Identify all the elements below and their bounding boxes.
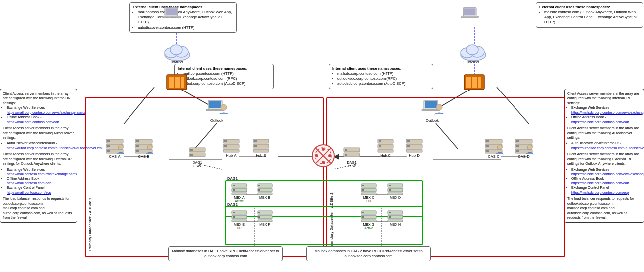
outlook-client-right: Outlook <box>420 99 445 123</box>
svg-point-119 <box>527 145 532 150</box>
cross-site-switch <box>311 143 336 169</box>
right-panel-oab: Offline Address Book - https://mailsdc.c… <box>571 115 641 124</box>
mbx-g-label: MBX-G <box>363 223 375 226</box>
dag1-fsw-left-icon <box>188 147 206 161</box>
svg-rect-99 <box>379 145 381 147</box>
svg-rect-47 <box>478 77 481 88</box>
left-panel-ext-ecp: Exchange Control Panel - https://mail.co… <box>7 185 74 195</box>
svg-rect-71 <box>190 149 193 151</box>
internal-right-item3: autodsdc.corp.contoso.com (AutoD SCP) <box>337 81 430 86</box>
bottom-callout-right: Mailbox databases in DAG 2 have RPCClien… <box>306 246 431 261</box>
svg-rect-93 <box>345 149 347 151</box>
right-info-panel: Client Access server members in the arra… <box>564 89 644 223</box>
svg-rect-104 <box>407 145 410 147</box>
svg-rect-146 <box>258 212 260 213</box>
svg-rect-27 <box>166 8 177 15</box>
svg-rect-68 <box>136 150 139 152</box>
external-client-left <box>162 6 181 22</box>
left-panel-ext-ews: Exchange Web Services - https://mail.con… <box>7 167 74 177</box>
svg-rect-129 <box>258 193 272 195</box>
internal-item2: outlook.corp.contoso.com (RPC) <box>183 76 270 81</box>
firewall-left <box>166 74 188 91</box>
svg-rect-114 <box>516 140 519 142</box>
switch-icon <box>311 143 336 168</box>
mbx-b-label: MBX B <box>259 196 270 199</box>
external-callout-right-list: mailsdc.contoso.com (Outlook Anywhere, O… <box>544 10 640 25</box>
right-panel-ext-oab: Offline Address Book - https://mailsdc.c… <box>571 176 641 185</box>
dag2-label: DAG2 <box>227 202 238 207</box>
svg-rect-124 <box>232 193 247 195</box>
person-icon-cas-d <box>525 144 535 155</box>
hub-a-icon <box>222 138 240 153</box>
mbx-f-server: MBX F <box>254 210 276 226</box>
left-panel-autodiscover: AutoDiscoverServiceInternaluri - https:/… <box>7 141 74 150</box>
svg-rect-45 <box>466 77 471 88</box>
svg-rect-100 <box>378 149 393 152</box>
right-panel-autodiscover: AutoDiscoverServiceInternaluri - https:/… <box>571 141 641 150</box>
mbx-c-label: MBX-C <box>363 196 375 199</box>
mbx-a-active: Active <box>235 199 244 203</box>
hub-a-server: Hub-A <box>219 138 243 158</box>
svg-point-35 <box>170 45 182 55</box>
svg-rect-73 <box>190 154 193 156</box>
dag1-fsw-right-label: DAG1 FSW <box>347 161 356 168</box>
mbx-d-server: MBX D <box>385 183 406 199</box>
svg-point-112 <box>497 145 502 150</box>
external-client-right <box>460 6 479 22</box>
internal-item1: mail.corp.contoso.com (HTTP) <box>183 71 270 76</box>
svg-point-91 <box>322 161 325 164</box>
svg-rect-53 <box>425 101 437 108</box>
svg-rect-136 <box>389 185 391 186</box>
dag1-fsw-right: DAG1 FSW <box>340 147 364 168</box>
svg-rect-134 <box>361 193 376 195</box>
mbx-b-server: MBX B <box>254 183 276 199</box>
left-panel-oab: Offline Address Book - https://mail.corp… <box>7 115 74 124</box>
svg-rect-97 <box>379 140 381 142</box>
svg-rect-57 <box>107 140 110 142</box>
svg-rect-126 <box>258 185 260 186</box>
svg-rect-111 <box>486 150 489 152</box>
svg-point-39 <box>466 45 478 55</box>
svg-point-90 <box>322 148 325 151</box>
primary-datacenter-label: Primary Datacenter - ADSite 1 <box>88 111 92 251</box>
mbx-a-server: MBX A Active <box>228 183 250 203</box>
external-callout-right: External client uses these namespaces: m… <box>536 2 643 28</box>
cloud-right: Internet <box>458 39 488 64</box>
cloud-left: Internet <box>162 39 192 64</box>
svg-point-89 <box>328 154 331 157</box>
svg-rect-64 <box>136 140 139 142</box>
mbx-f-icon <box>257 210 273 223</box>
hub-a-label: Hub-A <box>226 153 236 158</box>
person-icon-cas-b <box>145 144 155 155</box>
hub-b-icon <box>252 138 270 153</box>
svg-rect-138 <box>389 189 391 191</box>
mbx-c-icon <box>360 183 377 196</box>
mbx-e-icon <box>231 210 248 223</box>
laptop-icon-right <box>460 6 479 22</box>
svg-rect-102 <box>407 140 410 142</box>
mbx-e-server: MBX E DR <box>228 210 250 230</box>
dag1-fsw-left-label: DAG1 FSW <box>192 161 202 168</box>
right-panel-text1: Client Access server members in the arra… <box>567 91 641 105</box>
hub-b-label: Hub-B <box>256 153 266 158</box>
left-panel-ext-oab: Offline Address Book - https://mail.cont… <box>7 176 74 185</box>
laptop-icon-left <box>162 6 181 22</box>
svg-rect-82 <box>254 145 257 147</box>
svg-rect-139 <box>388 193 403 195</box>
mbx-g-server: MBX-G Active <box>358 210 380 230</box>
bottom-callout-right-text: Mailbox databases in DAG 2 have RPCClien… <box>314 249 422 258</box>
mbx-g-active: Active <box>364 226 373 230</box>
hub-d-label: Hub-D <box>409 153 420 158</box>
svg-rect-156 <box>389 212 391 213</box>
svg-rect-77 <box>224 145 227 147</box>
svg-rect-59 <box>107 145 110 147</box>
mbx-c-dr: DR <box>366 199 371 203</box>
outlook-client-left: Outlook <box>204 99 229 123</box>
mbx-h-label: MBX H <box>390 223 401 226</box>
svg-rect-66 <box>136 145 139 147</box>
right-panel-ext-ews: Exchange Web Services - https://mailsdc.… <box>571 167 641 177</box>
internal-item3: autod.corp.contoso.com (AutoD SCP) <box>183 81 270 86</box>
mbx-e-dr: DR <box>237 226 241 230</box>
dag1-label: DAG1 <box>227 176 238 181</box>
hub-d-icon <box>405 138 423 153</box>
